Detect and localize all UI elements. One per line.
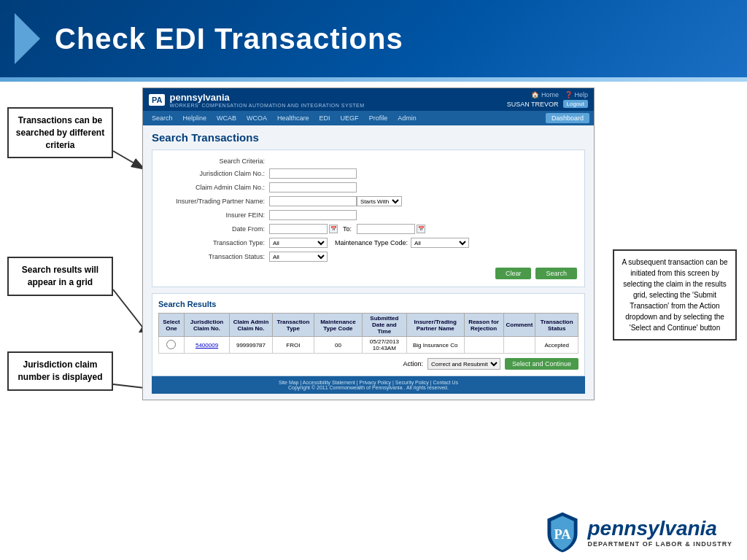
brand-pennsylvania: pennsylvania <box>588 517 733 540</box>
annotation-search-results: Search results will appear in a grid <box>7 257 113 296</box>
row-radio[interactable] <box>166 340 176 349</box>
footer-contact[interactable]: Contact Us <box>433 380 458 385</box>
results-table-header: Select One Jurisdiction Claim No. Claim … <box>159 314 578 337</box>
search-transactions-title: Search Transactions <box>152 131 585 144</box>
pa-shield-icon: PA <box>544 510 581 554</box>
calendar-from-icon[interactable]: 📅 <box>329 225 338 233</box>
search-criteria-row: Search Criteria: <box>160 158 577 165</box>
cell-insurer: Big Insurance Co <box>406 337 464 354</box>
pa-logo-badge: PA <box>149 94 165 106</box>
transaction-status-label: Transaction Status: <box>160 253 269 260</box>
jurisdiction-row: Jurisdiction Claim No.: <box>160 168 577 179</box>
annotation-search-results-box: Search results will appear in a grid <box>7 257 113 296</box>
date-to-label: To: <box>343 225 352 233</box>
jurisdiction-input[interactable] <box>269 168 357 179</box>
pa-site: PA pennsylvania Workers' Compensation Au… <box>142 88 595 400</box>
clear-button[interactable]: Clear <box>495 268 532 279</box>
svg-line-3 <box>113 384 144 388</box>
col-status: Transaction Status <box>535 314 578 337</box>
cell-transaction-type: FROI <box>272 337 314 354</box>
pa-page-content: Search Transactions Search Criteria: Jur… <box>143 125 594 400</box>
claim-admin-input[interactable] <box>269 182 357 192</box>
footer-accessibility[interactable]: Accessibility Statement <box>303 380 355 385</box>
annotation-subsequent: A subsequent transaction can be initiate… <box>613 249 737 341</box>
transaction-type-select[interactable]: All <box>269 238 328 248</box>
insurer-name-input[interactable] <box>269 196 357 206</box>
date-from-label: Date From: <box>160 225 269 233</box>
pa-logo-title: pennsylvania <box>169 92 364 103</box>
svg-text:PA: PA <box>554 527 571 542</box>
col-reason: Reason for Rejection <box>464 314 503 337</box>
nav-healthcare[interactable]: Healthcare <box>273 113 314 123</box>
starts-with-select[interactable]: Starts With <box>357 196 402 206</box>
pa-logo-area: PA pennsylvania Workers' Compensation Au… <box>149 92 365 108</box>
insurer-fein-input[interactable] <box>269 210 357 220</box>
annotation-search-criteria-box: Transactions can be searched by differen… <box>7 107 113 158</box>
pa-website-screenshot: PA pennsylvania Workers' Compensation Au… <box>142 88 595 400</box>
bottom-branding: PA pennsylvania DEPARTMENT OF LABOR & IN… <box>544 510 733 554</box>
search-criteria-label: Search Criteria: <box>160 158 269 165</box>
pa-brand-text: pennsylvania DEPARTMENT OF LABOR & INDUS… <box>588 517 733 548</box>
footer-copyright: Copyright © 2011 Commonwealth of Pennsyl… <box>155 385 581 390</box>
transaction-status-row: Transaction Status: All <box>160 252 577 262</box>
select-continue-button[interactable]: Select and Continue <box>505 358 578 370</box>
brand-department: DEPARTMENT OF LABOR & INDUSTRY <box>588 540 733 548</box>
nav-dashboard[interactable]: Dashboard <box>546 113 589 123</box>
nav-admin[interactable]: Admin <box>393 113 421 123</box>
cell-status: Accepted <box>535 337 578 354</box>
page-title: Check EDI Transactions <box>55 23 403 55</box>
header-arrow-icon <box>15 13 40 64</box>
annotation-jurisdiction-text: Jurisdiction claim number is displayed <box>18 359 102 382</box>
nav-uegf[interactable]: UEGF <box>336 113 363 123</box>
maintenance-type-select[interactable]: All <box>411 238 469 248</box>
form-buttons: Clear Search <box>160 268 577 279</box>
insurer-fein-row: Insurer FEIN: <box>160 210 577 220</box>
transaction-status-select[interactable]: All <box>269 252 328 262</box>
logout-button[interactable]: Logout <box>563 100 588 108</box>
col-maintenance: Maintenance Type Code <box>314 314 362 337</box>
insurer-name-label: Insurer/Trading Partner Name: <box>160 198 269 205</box>
pa-nav: Search Helpline WCAB WCOA Healthcare EDI… <box>143 111 594 125</box>
home-link[interactable]: 🏠 Home <box>531 91 559 98</box>
nav-helpline[interactable]: Helpline <box>179 113 212 123</box>
username: SUSAN TREVOR <box>507 101 559 108</box>
footer-security[interactable]: Security Policy <box>395 380 429 385</box>
date-from-group: 📅 To: 📅 <box>269 224 425 234</box>
nav-search[interactable]: Search <box>147 113 177 123</box>
cell-claim-admin: 999999787 <box>230 337 273 354</box>
annotation-jurisdiction-box: Jurisdiction claim number is displayed <box>7 351 113 391</box>
table-row: 5400009 999999787 FROI 00 05/27/2013 10:… <box>159 337 578 354</box>
col-insurer: Insurer/Trading Partner Name <box>406 314 464 337</box>
footer-sitemap[interactable]: Site Map <box>279 380 299 385</box>
col-jurisdiction: Jurisdiction Claim No. <box>184 314 229 337</box>
results-title: Search Results <box>158 300 578 308</box>
claim-admin-label: Claim Admin Claim No.: <box>160 184 269 191</box>
pa-header-links: 🏠 Home ❓ Help <box>531 91 588 98</box>
slide-body: Transactions can be searched by differen… <box>0 82 747 560</box>
calendar-to-icon[interactable]: 📅 <box>417 225 425 233</box>
jurisdiction-link[interactable]: 5400009 <box>196 342 218 349</box>
footer-privacy[interactable]: Privacy Policy <box>360 380 392 385</box>
footer-pa-link[interactable]: Pennsylvania <box>372 385 403 390</box>
cell-jurisdiction: 5400009 <box>184 337 229 354</box>
action-dropdown[interactable]: Correct and Resubmit <box>427 358 500 370</box>
date-from-input[interactable] <box>269 224 328 234</box>
pa-header-user: SUSAN TREVOR Logout <box>507 100 588 108</box>
results-footer: Action: Correct and Resubmit Select and … <box>158 358 578 370</box>
help-link[interactable]: ❓ Help <box>565 91 588 98</box>
nav-profile[interactable]: Profile <box>365 113 392 123</box>
search-button[interactable]: Search <box>535 268 577 279</box>
nav-wcoa[interactable]: WCOA <box>242 113 271 123</box>
claim-admin-row: Claim Admin Claim No.: <box>160 182 577 192</box>
col-claim-admin: Claim Admin Claim No. <box>230 314 273 337</box>
col-comment: Comment <box>503 314 535 337</box>
nav-edi[interactable]: EDI <box>315 113 335 123</box>
date-to-input[interactable] <box>357 224 415 234</box>
nav-wcab[interactable]: WCAB <box>212 113 241 123</box>
cell-select <box>159 337 185 354</box>
annotation-search-criteria: Transactions can be searched by differen… <box>7 107 113 158</box>
col-select: Select One <box>159 314 185 337</box>
pa-logo-info: pennsylvania Workers' Compensation Autom… <box>169 92 364 108</box>
action-label: Action: <box>403 360 423 368</box>
results-table: Select One Jurisdiction Claim No. Claim … <box>158 313 578 354</box>
